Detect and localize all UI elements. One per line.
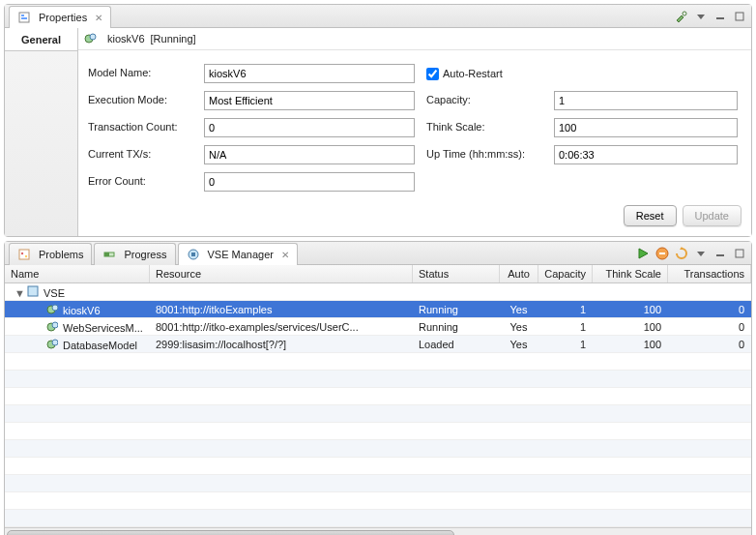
table-row-empty [5,405,751,423]
tab-vse-manager[interactable]: VSE Manager ✕ [178,243,298,265]
col-think-scale[interactable]: Think Scale [593,265,668,282]
label-think-scale: Think Scale: [426,118,542,137]
table-row-empty [5,423,751,440]
header-model-state: [Running] [151,33,196,45]
input-think-scale[interactable] [554,118,738,137]
table-row-empty [5,440,751,458]
update-button: Update [683,205,741,226]
play-icon[interactable] [635,246,651,261]
properties-header: kioskV6 [Running] [78,28,751,50]
tab-vse-manager-close[interactable]: ✕ [281,250,289,260]
tree-toggle[interactable]: ▼ [15,287,24,299]
svg-rect-5 [736,13,743,20]
svg-rect-2 [21,17,27,19]
input-capacity[interactable] [554,91,738,110]
problems-icon [17,248,31,261]
svg-rect-8 [19,250,29,259]
vse-manager-icon [187,248,200,261]
properties-tabbar: Properties ✕ [5,5,751,28]
svg-rect-17 [716,254,724,256]
progress-icon [102,248,116,261]
tab-vse-manager-label: VSE Manager [208,249,274,260]
svg-rect-12 [104,253,109,256]
vse-root-icon [26,284,40,298]
properties-icon [17,11,31,24]
table-row-empty [5,475,751,492]
label-error-count: Error Count: [88,172,192,192]
maximize-icon-2[interactable] [732,246,747,261]
table-row[interactable]: DatabaseModel2999:lisasim://localhost[?/… [5,336,751,353]
tab-problems[interactable]: Problems [9,243,92,265]
tab-properties[interactable]: Properties ✕ [9,6,111,28]
label-exec-mode: Execution Mode: [88,91,192,110]
svg-point-3 [683,12,686,15]
model-icon [84,32,98,45]
col-resource[interactable]: Resource [150,265,413,282]
col-name[interactable]: Name [5,265,150,282]
tab-properties-label: Properties [39,12,87,23]
input-error-count[interactable] [204,172,415,192]
label-tx-count: Transaction Count: [88,118,192,137]
scrollbar-thumb[interactable] [7,530,454,535]
svg-rect-16 [659,253,665,254]
sidebar-tab-general[interactable]: General [5,28,77,51]
input-current-tx[interactable] [204,145,415,164]
table-row-empty [5,371,751,388]
maximize-icon[interactable] [732,9,747,24]
properties-form: Model Name: Auto-Restart Execution Mode:… [78,50,751,195]
tab-progress[interactable]: Progress [94,243,175,265]
model-row-icon [45,337,59,350]
minimize-icon-2[interactable] [712,246,728,261]
col-capacity[interactable]: Capacity [538,265,593,282]
input-uptime[interactable] [554,145,738,164]
col-auto[interactable]: Auto [500,265,538,282]
svg-point-23 [52,322,58,328]
refresh-icon[interactable] [674,246,689,261]
col-transactions[interactable]: Transactions [668,265,751,282]
properties-button-row: Reset Update [78,195,751,236]
stop-icon[interactable] [654,246,670,261]
svg-point-21 [52,305,58,311]
tab-properties-close[interactable]: ✕ [95,13,102,23]
label-current-tx: Current TX/s: [88,145,192,164]
svg-point-25 [52,340,58,345]
svg-rect-18 [736,250,743,257]
svg-rect-1 [21,15,24,16]
grid-body[interactable]: ▼VSEkioskV68001:http://itkoExamplesRunni… [5,283,751,527]
checkbox-auto-restart[interactable]: Auto-Restart [426,64,542,83]
input-model-name[interactable] [204,64,415,83]
reset-button[interactable]: Reset [624,205,677,226]
svg-rect-14 [191,253,195,256]
table-row-empty [5,458,751,475]
table-row-empty [5,388,751,405]
model-row-icon [45,319,59,333]
properties-sidebar: General [5,28,78,236]
horizontal-scrollbar[interactable] [5,527,751,535]
pin-view-icon[interactable] [674,9,689,24]
grid-header: Name Resource Status Auto Capacity Think… [5,265,751,283]
svg-point-9 [21,253,23,254]
header-model-name: kioskV6 [107,33,145,45]
sidebar-tab-general-label: General [21,34,61,45]
label-capacity: Capacity: [426,91,542,110]
input-exec-mode[interactable] [204,91,415,110]
table-row-empty [5,353,751,371]
tab-progress-label: Progress [124,249,166,260]
table-row-empty [5,510,751,527]
input-tx-count[interactable] [204,118,415,137]
label-auto-restart: Auto-Restart [443,68,503,79]
svg-rect-19 [28,286,38,296]
bottom-tabbar: Problems Progress VSE Manager ✕ [5,242,751,265]
minimize-icon[interactable] [712,9,728,24]
model-row-icon [45,302,59,315]
checkbox-auto-restart-box[interactable] [426,68,439,80]
col-status[interactable]: Status [413,265,500,282]
label-uptime: Up Time (hh:mm:ss): [426,145,542,164]
label-model-name: Model Name: [88,64,192,83]
svg-rect-4 [716,17,724,19]
view-menu-icon-2[interactable] [693,246,709,261]
svg-point-7 [90,34,96,40]
svg-point-10 [25,255,27,257]
view-menu-icon[interactable] [693,9,709,24]
table-row-empty [5,492,751,510]
